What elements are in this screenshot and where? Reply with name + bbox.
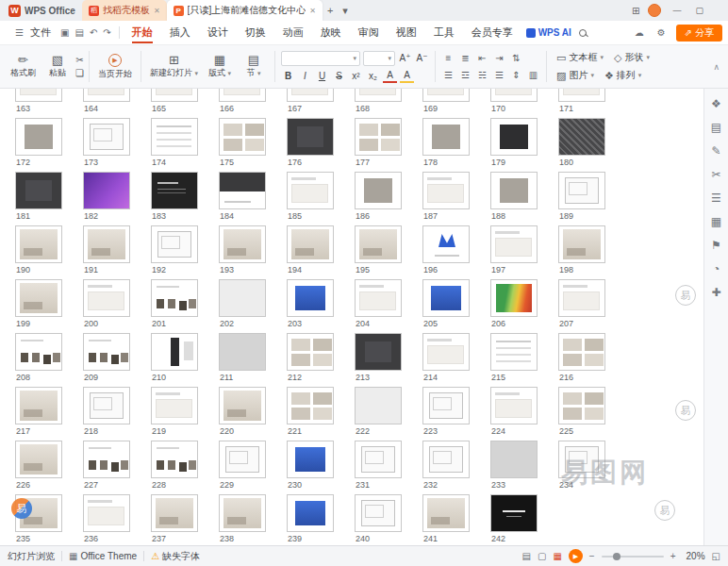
properties-panel-icon[interactable]: ❖ — [711, 98, 721, 109]
slide-thumbnail-173[interactable] — [83, 118, 130, 156]
slide-thumbnail-217[interactable] — [15, 387, 62, 424]
slide-thumbnail-221[interactable] — [287, 387, 334, 424]
share-button[interactable]: ⇗ 分享 — [676, 25, 722, 42]
cut-icon[interactable]: ✂ — [75, 55, 84, 65]
slide-thumbnail-238[interactable] — [219, 494, 266, 532]
copy-icon[interactable]: ❏ — [75, 68, 84, 78]
maximize-button[interactable]: ▢ — [692, 6, 706, 15]
superscript-button[interactable]: x² — [349, 69, 363, 83]
slide-thumbnail-220[interactable] — [219, 387, 266, 424]
slide-thumbnail-228[interactable] — [151, 441, 198, 478]
slide-thumbnail-185[interactable] — [287, 172, 334, 209]
slide-thumbnail-188[interactable] — [490, 172, 538, 209]
slideshow-play-button[interactable]: ▶ — [569, 549, 583, 563]
slide-thumbnail-170[interactable] — [490, 89, 538, 102]
slide-thumbnail-189[interactable] — [558, 172, 605, 209]
slide-sorter-view-button[interactable]: ▦ — [553, 551, 561, 561]
slide-thumbnail-234[interactable] — [558, 441, 605, 478]
ribbon-tab-开始[interactable]: 开始 — [124, 22, 160, 43]
history-panel-icon[interactable]: ◔ — [713, 263, 720, 275]
slide-thumbnail-183[interactable] — [151, 172, 198, 209]
tab-docer-templates[interactable]: 稻 找稻壳模板 ✕ — [82, 0, 167, 21]
slide-thumbnail-227[interactable] — [83, 441, 130, 478]
apps-grid-icon[interactable]: ⊞ — [632, 6, 639, 16]
cloud-sync-icon[interactable]: ☁ — [632, 27, 647, 38]
selection-panel-icon[interactable]: ▦ — [711, 216, 721, 227]
slide-thumbnail-232[interactable] — [422, 441, 470, 478]
settings-icon[interactable]: ⚙ — [654, 27, 669, 38]
wps-home-button[interactable]: W WPS Office — [2, 5, 82, 17]
font-color-button[interactable]: A — [383, 69, 397, 83]
slide-thumbnail-192[interactable] — [151, 225, 198, 263]
ribbon-tab-插入[interactable]: 插入 — [162, 22, 198, 43]
edit-panel-icon[interactable]: ✎ — [711, 145, 720, 157]
slide-thumbnail-175[interactable] — [219, 118, 266, 156]
align-left-button[interactable]: ☰ — [441, 68, 455, 82]
slide-thumbnail-179[interactable] — [490, 118, 538, 156]
ribbon-tab-动画[interactable]: 动画 — [275, 22, 311, 43]
outline-panel-icon[interactable]: ☰ — [711, 192, 721, 204]
new-slide-button[interactable]: ⊞ 新建幻灯片 ▾ — [146, 52, 202, 81]
slide-thumbnail-237[interactable] — [151, 494, 198, 532]
slide-thumbnail-186[interactable] — [355, 172, 402, 209]
slide-thumbnail-176[interactable] — [287, 118, 334, 156]
play-from-current-button[interactable]: ▶ 当页开始 — [94, 52, 136, 82]
slide-thumbnail-197[interactable] — [490, 225, 538, 263]
slide-thumbnail-206[interactable] — [490, 279, 538, 317]
slide-thumbnail-242[interactable] — [490, 494, 538, 532]
slide-thumbnail-207[interactable] — [558, 279, 605, 317]
slide-thumbnail-167[interactable] — [287, 89, 334, 102]
line-spacing-button[interactable]: ⇕ — [509, 68, 523, 82]
slide-thumbnail-163[interactable] — [15, 89, 62, 102]
slide-thumbnail-194[interactable] — [287, 225, 334, 263]
subscript-button[interactable]: x₂ — [366, 69, 380, 83]
numbered-list-button[interactable]: ≣ — [458, 51, 472, 65]
flag-panel-icon[interactable]: ⚑ — [711, 240, 721, 251]
font-grow-button[interactable]: A⁺ — [398, 51, 412, 65]
file-menu-button[interactable]: ☰ 文件 — [6, 25, 58, 40]
slide-thumbnail-215[interactable] — [490, 333, 538, 371]
slide-thumbnail-224[interactable] — [490, 387, 538, 424]
slide-thumbnail-177[interactable] — [355, 118, 402, 156]
font-family-select[interactable]: ▾ — [281, 51, 360, 66]
font-size-select[interactable]: ▾ — [363, 51, 395, 66]
layout-panel-icon[interactable]: ▤ — [711, 122, 721, 133]
user-avatar[interactable] — [648, 4, 661, 17]
paste-button[interactable]: ▧ 粘贴 — [41, 52, 74, 81]
ribbon-tab-审阅[interactable]: 审阅 — [351, 22, 387, 43]
columns-button[interactable]: ▥ — [526, 68, 540, 82]
slide-thumbnail-223[interactable] — [422, 387, 470, 424]
add-panel-icon[interactable]: ✚ — [711, 287, 720, 298]
align-right-button[interactable]: ☵ — [475, 68, 489, 82]
slide-thumbnail-182[interactable] — [83, 172, 130, 209]
close-icon[interactable]: ✕ — [154, 7, 160, 15]
slide-thumbnail-233[interactable] — [490, 441, 538, 478]
wps-ai-button[interactable]: WPS AI — [526, 27, 571, 38]
clip-panel-icon[interactable]: ✂ — [711, 169, 720, 180]
slide-thumbnail-218[interactable] — [83, 387, 130, 424]
slide-thumbnail-169[interactable] — [422, 89, 470, 102]
ribbon-tab-切换[interactable]: 切换 — [238, 22, 273, 43]
search-icon[interactable] — [579, 29, 587, 37]
slide-thumbnail-212[interactable] — [287, 333, 334, 371]
justify-button[interactable]: ☰ — [492, 68, 506, 82]
save-icon[interactable]: ▣ — [58, 27, 72, 38]
shapes-button[interactable]: ◇ 形状 ▾ — [610, 50, 654, 65]
slide-thumbnail-202[interactable] — [219, 279, 266, 317]
zoom-in-button[interactable]: + — [670, 551, 676, 561]
slide-thumbnail-229[interactable] — [219, 441, 266, 478]
print-icon[interactable]: ▤ — [72, 27, 86, 38]
slide-thumbnail-196[interactable] — [422, 225, 470, 263]
zoom-out-button[interactable]: − — [589, 551, 595, 561]
slide-thumbnail-235[interactable] — [15, 494, 62, 532]
slide-thumbnail-201[interactable] — [151, 279, 198, 317]
slide-thumbnail-172[interactable] — [15, 118, 62, 156]
slide-thumbnail-236[interactable] — [83, 494, 130, 532]
font-shrink-button[interactable]: A⁻ — [415, 51, 429, 65]
close-icon[interactable]: ✕ — [309, 7, 316, 15]
ribbon-tab-工具[interactable]: 工具 — [426, 22, 462, 43]
slide-thumbnail-213[interactable] — [355, 333, 402, 371]
slide-thumbnail-204[interactable] — [355, 279, 402, 317]
normal-view-button[interactable]: ▢ — [538, 551, 546, 561]
zoom-slider[interactable] — [602, 556, 664, 558]
